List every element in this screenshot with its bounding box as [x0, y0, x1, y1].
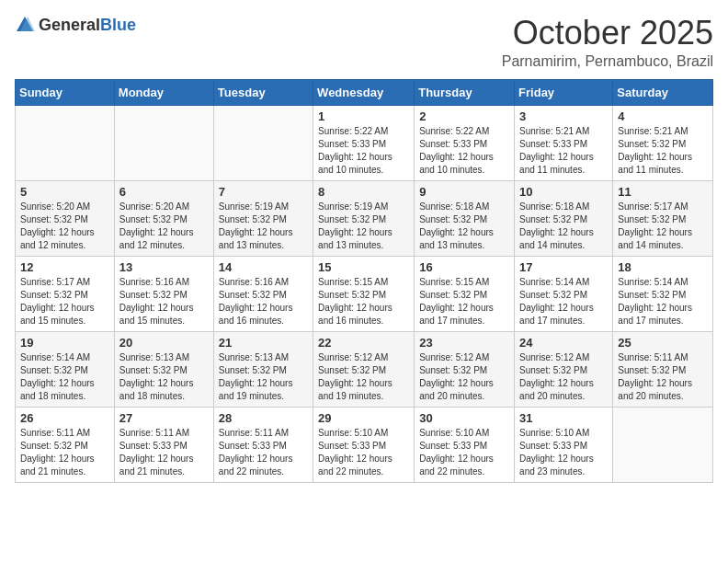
day-number: 3 — [519, 109, 608, 123]
day-cell: 2Sunrise: 5:22 AM Sunset: 5:33 PM Daylig… — [415, 105, 515, 180]
day-info: Sunrise: 5:11 AM Sunset: 5:33 PM Dayligh… — [119, 427, 209, 478]
month-title: October 2025 — [502, 15, 713, 52]
weekday-header-monday: Monday — [114, 79, 213, 105]
day-info: Sunrise: 5:22 AM Sunset: 5:33 PM Dayligh… — [318, 125, 409, 177]
day-info: Sunrise: 5:18 AM Sunset: 5:32 PM Dayligh… — [419, 201, 509, 252]
day-cell: 16Sunrise: 5:15 AM Sunset: 5:32 PM Dayli… — [415, 256, 515, 331]
day-number: 31 — [519, 411, 608, 425]
day-info: Sunrise: 5:12 AM Sunset: 5:32 PM Dayligh… — [419, 351, 509, 403]
week-row-5: 26Sunrise: 5:11 AM Sunset: 5:32 PM Dayli… — [16, 407, 713, 482]
day-cell: 7Sunrise: 5:19 AM Sunset: 5:32 PM Daylig… — [213, 180, 313, 256]
page-header: GeneralBlue October 2025 Parnamirim, Per… — [15, 15, 713, 70]
day-info: Sunrise: 5:17 AM Sunset: 5:32 PM Dayligh… — [20, 276, 109, 327]
day-number: 21 — [219, 336, 308, 350]
day-cell — [114, 105, 213, 180]
day-cell: 17Sunrise: 5:14 AM Sunset: 5:32 PM Dayli… — [515, 256, 613, 331]
logo-blue: Blue — [100, 16, 136, 34]
day-number: 16 — [419, 260, 509, 274]
week-row-4: 19Sunrise: 5:14 AM Sunset: 5:32 PM Dayli… — [16, 331, 713, 407]
day-cell: 1Sunrise: 5:22 AM Sunset: 5:33 PM Daylig… — [313, 105, 415, 180]
day-number: 6 — [119, 185, 209, 199]
day-cell: 6Sunrise: 5:20 AM Sunset: 5:32 PM Daylig… — [114, 180, 213, 256]
day-info: Sunrise: 5:17 AM Sunset: 5:32 PM Dayligh… — [618, 201, 708, 252]
day-number: 27 — [119, 411, 209, 425]
day-number: 4 — [618, 109, 708, 123]
day-info: Sunrise: 5:11 AM Sunset: 5:33 PM Dayligh… — [219, 427, 308, 478]
day-info: Sunrise: 5:22 AM Sunset: 5:33 PM Dayligh… — [419, 125, 509, 177]
day-cell — [213, 105, 313, 180]
day-number: 25 — [618, 336, 708, 350]
logo-general: General — [39, 16, 100, 34]
day-info: Sunrise: 5:15 AM Sunset: 5:32 PM Dayligh… — [419, 276, 509, 327]
weekday-header-wednesday: Wednesday — [313, 79, 415, 105]
day-number: 5 — [20, 185, 109, 199]
day-cell: 12Sunrise: 5:17 AM Sunset: 5:32 PM Dayli… — [16, 256, 115, 331]
day-info: Sunrise: 5:20 AM Sunset: 5:32 PM Dayligh… — [20, 201, 109, 252]
day-number: 15 — [318, 260, 409, 274]
day-info: Sunrise: 5:15 AM Sunset: 5:32 PM Dayligh… — [318, 276, 409, 327]
title-section: October 2025 Parnamirim, Pernambuco, Bra… — [502, 15, 713, 70]
day-cell: 28Sunrise: 5:11 AM Sunset: 5:33 PM Dayli… — [213, 407, 313, 482]
day-number: 1 — [318, 109, 409, 123]
day-cell: 5Sunrise: 5:20 AM Sunset: 5:32 PM Daylig… — [16, 180, 115, 256]
day-info: Sunrise: 5:14 AM Sunset: 5:32 PM Dayligh… — [519, 276, 608, 327]
day-info: Sunrise: 5:21 AM Sunset: 5:33 PM Dayligh… — [519, 125, 608, 177]
day-info: Sunrise: 5:11 AM Sunset: 5:32 PM Dayligh… — [20, 427, 109, 478]
week-row-1: 1Sunrise: 5:22 AM Sunset: 5:33 PM Daylig… — [16, 105, 713, 180]
day-number: 9 — [419, 185, 509, 199]
day-number: 2 — [419, 109, 509, 123]
day-number: 12 — [20, 260, 109, 274]
day-number: 28 — [219, 411, 308, 425]
day-info: Sunrise: 5:12 AM Sunset: 5:32 PM Dayligh… — [318, 351, 409, 403]
day-info: Sunrise: 5:11 AM Sunset: 5:32 PM Dayligh… — [618, 351, 708, 403]
day-cell: 15Sunrise: 5:15 AM Sunset: 5:32 PM Dayli… — [313, 256, 415, 331]
weekday-header-saturday: Saturday — [613, 79, 713, 105]
weekday-header-sunday: Sunday — [16, 79, 115, 105]
day-info: Sunrise: 5:14 AM Sunset: 5:32 PM Dayligh… — [20, 351, 109, 403]
day-info: Sunrise: 5:12 AM Sunset: 5:32 PM Dayligh… — [519, 351, 608, 403]
day-number: 24 — [519, 336, 608, 350]
day-cell: 20Sunrise: 5:13 AM Sunset: 5:32 PM Dayli… — [114, 331, 213, 407]
day-info: Sunrise: 5:19 AM Sunset: 5:32 PM Dayligh… — [318, 201, 409, 252]
day-info: Sunrise: 5:21 AM Sunset: 5:32 PM Dayligh… — [618, 125, 708, 177]
day-cell: 31Sunrise: 5:10 AM Sunset: 5:33 PM Dayli… — [515, 407, 613, 482]
weekday-header-friday: Friday — [515, 79, 613, 105]
day-cell: 10Sunrise: 5:18 AM Sunset: 5:32 PM Dayli… — [515, 180, 613, 256]
day-cell: 11Sunrise: 5:17 AM Sunset: 5:32 PM Dayli… — [613, 180, 713, 256]
weekday-header-row: SundayMondayTuesdayWednesdayThursdayFrid… — [16, 79, 713, 105]
day-cell: 22Sunrise: 5:12 AM Sunset: 5:32 PM Dayli… — [313, 331, 415, 407]
weekday-header-tuesday: Tuesday — [213, 79, 313, 105]
day-cell: 3Sunrise: 5:21 AM Sunset: 5:33 PM Daylig… — [515, 105, 613, 180]
day-info: Sunrise: 5:18 AM Sunset: 5:32 PM Dayligh… — [519, 201, 608, 252]
day-cell: 21Sunrise: 5:13 AM Sunset: 5:32 PM Dayli… — [213, 331, 313, 407]
day-number: 13 — [119, 260, 209, 274]
day-info: Sunrise: 5:10 AM Sunset: 5:33 PM Dayligh… — [519, 427, 608, 478]
logo-icon — [15, 15, 35, 35]
day-number: 22 — [318, 336, 409, 350]
day-cell: 23Sunrise: 5:12 AM Sunset: 5:32 PM Dayli… — [415, 331, 515, 407]
day-info: Sunrise: 5:19 AM Sunset: 5:32 PM Dayligh… — [219, 201, 308, 252]
day-number: 18 — [618, 260, 708, 274]
logo: GeneralBlue — [15, 15, 136, 35]
day-cell — [16, 105, 115, 180]
day-number: 14 — [219, 260, 308, 274]
day-cell: 13Sunrise: 5:16 AM Sunset: 5:32 PM Dayli… — [114, 256, 213, 331]
location-title: Parnamirim, Pernambuco, Brazil — [502, 53, 713, 70]
calendar-table: SundayMondayTuesdayWednesdayThursdayFrid… — [15, 79, 713, 483]
day-number: 8 — [318, 185, 409, 199]
logo-text: GeneralBlue — [39, 16, 136, 35]
day-info: Sunrise: 5:14 AM Sunset: 5:32 PM Dayligh… — [618, 276, 708, 327]
day-cell: 29Sunrise: 5:10 AM Sunset: 5:33 PM Dayli… — [313, 407, 415, 482]
day-cell: 24Sunrise: 5:12 AM Sunset: 5:32 PM Dayli… — [515, 331, 613, 407]
day-number: 26 — [20, 411, 109, 425]
day-cell: 19Sunrise: 5:14 AM Sunset: 5:32 PM Dayli… — [16, 331, 115, 407]
day-cell: 30Sunrise: 5:10 AM Sunset: 5:33 PM Dayli… — [415, 407, 515, 482]
day-number: 11 — [618, 185, 708, 199]
day-cell: 9Sunrise: 5:18 AM Sunset: 5:32 PM Daylig… — [415, 180, 515, 256]
week-row-2: 5Sunrise: 5:20 AM Sunset: 5:32 PM Daylig… — [16, 180, 713, 256]
day-number: 23 — [419, 336, 509, 350]
day-number: 20 — [119, 336, 209, 350]
day-info: Sunrise: 5:13 AM Sunset: 5:32 PM Dayligh… — [219, 351, 308, 403]
weekday-header-thursday: Thursday — [415, 79, 515, 105]
day-cell: 26Sunrise: 5:11 AM Sunset: 5:32 PM Dayli… — [16, 407, 115, 482]
